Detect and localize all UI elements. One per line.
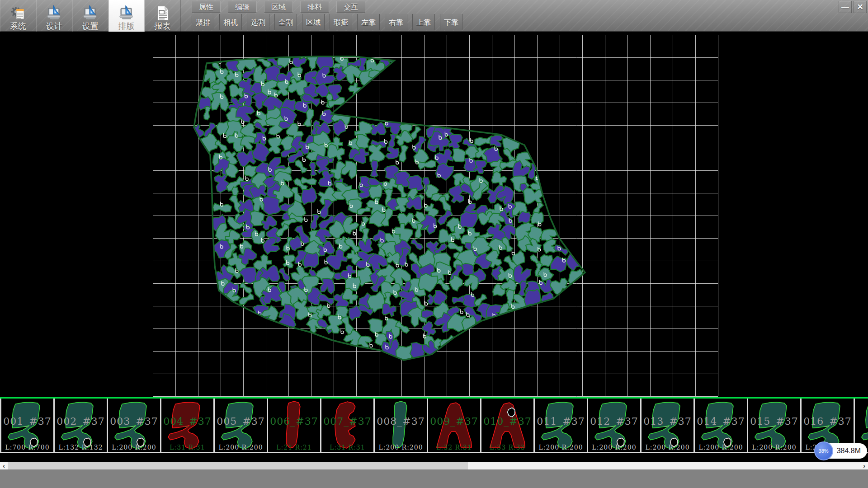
workspace: [0, 32, 868, 397]
scroll-left-arrow-icon[interactable]: ‹: [0, 462, 8, 469]
tool-button-7[interactable]: 左靠: [357, 14, 380, 30]
piece-thumbnail-strip: 001_#37L:700 R:700 002_#37L:132 R:132 00…: [0, 397, 868, 453]
piece-shape: [591, 399, 637, 451]
piece-shape: [57, 399, 104, 451]
thumbnail-cell[interactable]: 013_#37L:200 R:200: [642, 399, 695, 452]
nav-button-label: 系统: [10, 22, 26, 31]
piece-shape: [431, 399, 477, 451]
piece-shape: [164, 399, 211, 451]
thumbnail-cell[interactable]: 011_#37L:200 R:200: [535, 399, 588, 452]
thumbnail-cells: 001_#37L:700 R:700 002_#37L:132 R:132 00…: [0, 399, 868, 453]
tool-button-4[interactable]: 全割: [274, 14, 297, 30]
nav-button-label: 排版: [118, 22, 135, 31]
report-document-icon: [155, 5, 171, 21]
piece-shape: [4, 399, 51, 451]
strip-gap: [0, 453, 868, 462]
thumbnail-cell[interactable]: 014_#37L:200 R:200: [695, 399, 748, 452]
scrollbar-track[interactable]: [8, 462, 860, 469]
tool-button-8[interactable]: 右靠: [385, 14, 407, 30]
piece-shape: [538, 399, 584, 451]
thumbnail-cell[interactable]: 009_#37L:32 R:31: [428, 399, 481, 452]
thumbnail-cell[interactable]: 015_#37L:200 R:200: [748, 399, 802, 452]
settings-ruler-icon: [82, 5, 99, 21]
nesting-ruler-icon: [118, 5, 135, 21]
tool-button-9[interactable]: 上靠: [412, 14, 435, 30]
tool-button-2[interactable]: 相机: [219, 14, 242, 30]
application-window: 系统 设计 设置 排版: [0, 0, 868, 488]
scroll-right-arrow-icon[interactable]: ›: [860, 462, 868, 469]
nav-button-3[interactable]: 设置: [72, 0, 108, 32]
piece-shape: [377, 399, 424, 451]
thumbnail-cell[interactable]: 005_#37L:200 R:200: [215, 399, 268, 452]
memory-value: 384.8M: [837, 447, 861, 455]
piece-shape: [484, 399, 531, 451]
thumbnail-cell[interactable]: 004_#37L:31 R:31: [161, 399, 215, 452]
tool-button-3[interactable]: 选割: [247, 14, 269, 30]
nav-button-label: 设计: [46, 22, 62, 31]
thumbnail-cell[interactable]: 007_#37L:31 R:31: [321, 399, 375, 452]
piece-shape: [111, 399, 157, 451]
thumbnail-cell[interactable]: 002_#37L:132 R:132: [55, 399, 108, 452]
menu-item-1[interactable]: 属性: [192, 1, 221, 13]
window-controls: — ✕: [839, 1, 867, 13]
nesting-canvas[interactable]: [0, 32, 868, 397]
minimize-button[interactable]: —: [839, 1, 852, 13]
tool-button-6[interactable]: 瑕疵: [330, 14, 352, 30]
system-gear-icon: [10, 5, 26, 21]
toolbar: 系统 设计 设置 排版: [0, 0, 868, 32]
nav-button-2[interactable]: 设计: [36, 0, 72, 32]
piece-shape: [324, 399, 371, 451]
thumbnail-cell[interactable]: 012_#37L:200 R:200: [588, 399, 642, 452]
tool-bar: 聚排相机选割全割区域瑕疵左靠右靠上靠下靠: [192, 14, 462, 30]
scrollbar-thumb[interactable]: [468, 462, 860, 469]
thumbnail-cell[interactable]: 001_#37L:700 R:700: [0, 399, 55, 452]
piece-shape: [698, 399, 744, 451]
menu-bar: 属性编辑区域排料交互: [192, 1, 365, 13]
menu-item-2[interactable]: 编辑: [228, 1, 257, 13]
close-button[interactable]: ✕: [854, 1, 867, 13]
nav-button-1[interactable]: 系统: [0, 0, 36, 32]
nav-button-5[interactable]: 报表: [145, 0, 181, 32]
tool-button-5[interactable]: 区域: [302, 14, 325, 30]
tool-button-10[interactable]: 下靠: [440, 14, 462, 30]
thumbnail-cell[interactable]: 003_#37L:200 R:200: [108, 399, 161, 452]
horizontal-scrollbar[interactable]: ‹ ›: [0, 462, 868, 469]
thumbnail-cell[interactable]: 006_#37L:21 R:21: [268, 399, 321, 452]
design-ruler-icon: [46, 5, 62, 21]
nav-button-4[interactable]: 排版: [108, 0, 145, 32]
memory-status-badge[interactable]: 38% 384.8M: [816, 443, 867, 459]
piece-shape: [644, 399, 691, 451]
piece-shape: [271, 399, 317, 451]
bottom-bar: [0, 469, 868, 488]
nav-button-label: 设置: [82, 22, 99, 31]
menu-item-4[interactable]: 排料: [300, 1, 329, 13]
main-nav-bar: 系统 设计 设置 排版: [0, 0, 181, 32]
thumbnail-cell[interactable]: 008_#37L:200 R:200: [375, 399, 428, 452]
nav-button-label: 报表: [155, 22, 171, 31]
piece-shape: [751, 399, 797, 451]
menu-item-3[interactable]: 区域: [264, 1, 293, 13]
tool-button-1[interactable]: 聚排: [192, 14, 214, 30]
menu-item-5[interactable]: 交互: [336, 1, 365, 13]
thumbnail-cell[interactable]: 010_#37L:33 R:33: [481, 399, 535, 452]
percent-indicator: 38%: [814, 441, 833, 460]
piece-shape: [217, 399, 264, 451]
